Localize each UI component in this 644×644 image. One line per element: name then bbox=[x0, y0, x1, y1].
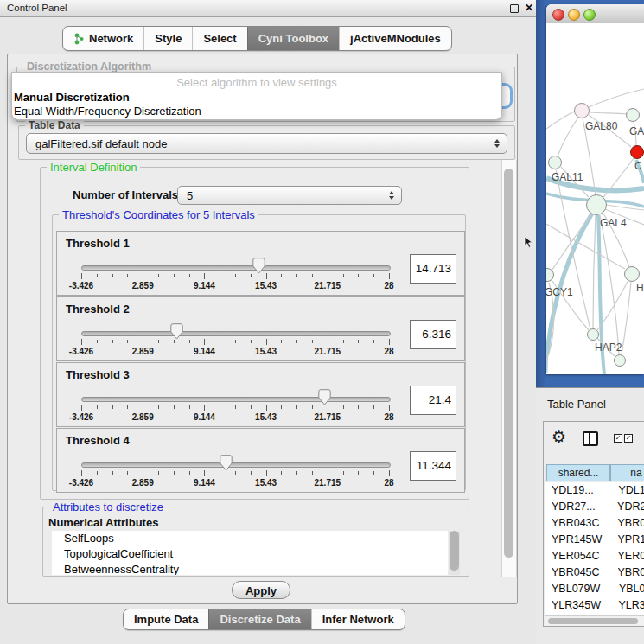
tick-label: -3.426 bbox=[69, 412, 93, 422]
network-node-h[interactable] bbox=[624, 266, 640, 282]
network-node-gal80[interactable] bbox=[574, 103, 590, 118]
tick-mark bbox=[204, 273, 205, 279]
column-header-1[interactable]: shared... bbox=[546, 464, 610, 481]
network-node-gal4[interactable] bbox=[586, 194, 607, 215]
attributes-list-scrollbar[interactable] bbox=[449, 531, 460, 575]
columns-icon[interactable] bbox=[583, 431, 598, 446]
threshold-label: Threshold 2 bbox=[66, 303, 130, 316]
network-canvas[interactable]: GAL80GACGAL11GAL4GCY1HHAP2 bbox=[546, 23, 644, 374]
tab-discretize-data[interactable]: Discretize Data bbox=[208, 609, 310, 629]
tick-mark bbox=[174, 340, 175, 343]
attribute-list-item[interactable]: BetweennessCentrality bbox=[52, 562, 448, 575]
algorithm-option-equal-width[interactable]: Equal Width/Frequency Discretization bbox=[14, 105, 201, 118]
traffic-zoom-icon[interactable] bbox=[583, 9, 596, 21]
tab-select[interactable]: Select bbox=[192, 27, 246, 50]
threshold-1-box: Threshold 1-3.4262.8599.14415.4321.71528… bbox=[56, 231, 465, 296]
tick-mark bbox=[189, 274, 190, 277]
tick-mark bbox=[389, 339, 390, 345]
stepper-icon bbox=[389, 191, 394, 200]
number-of-intervals-combobox[interactable]: 5 bbox=[177, 186, 402, 205]
float-window-icon[interactable] bbox=[510, 4, 519, 13]
table-row[interactable]: YBR043CYBR0 bbox=[545, 515, 644, 532]
cell-name: YLR3 bbox=[618, 597, 644, 614]
cell-name: YBL0 bbox=[619, 581, 644, 597]
table-rows: YDL19...YDL1YDR27...YDR2YBR043CYBR0YPR14… bbox=[545, 482, 644, 615]
table-row[interactable]: YBL079WYBL0 bbox=[545, 581, 644, 597]
column-header-2[interactable]: na bbox=[610, 464, 644, 481]
slider-track[interactable] bbox=[81, 331, 391, 336]
tab-label: Select bbox=[203, 32, 236, 45]
numerical-attributes-list[interactable]: SelfLoopsTopologicalCoefficientBetweenne… bbox=[52, 531, 448, 575]
scrollbar-thumb[interactable] bbox=[504, 169, 513, 558]
slider-track[interactable] bbox=[81, 462, 391, 468]
tab-style[interactable]: Style bbox=[143, 27, 192, 50]
algorithm-option-manual[interactable]: Manual Discretization bbox=[14, 91, 130, 104]
tick-mark bbox=[204, 339, 205, 345]
table-row[interactable]: YLR345WYLR3 bbox=[545, 597, 644, 614]
table-row[interactable]: YPR145WYPR1 bbox=[545, 532, 644, 548]
tick-label: 28 bbox=[384, 281, 393, 290]
traffic-close-icon[interactable] bbox=[552, 9, 564, 21]
cell-shared-name: YLR345W bbox=[545, 597, 618, 614]
panel-vertical-scrollbar[interactable] bbox=[501, 160, 517, 577]
tick-label: 28 bbox=[384, 478, 393, 488]
threshold-value-field[interactable]: 21.4 bbox=[410, 386, 456, 415]
table-row[interactable]: YER054CYER0 bbox=[545, 548, 644, 564]
tick-mark bbox=[281, 340, 282, 343]
tick-mark bbox=[328, 405, 328, 411]
threshold-value-field[interactable]: 6.316 bbox=[410, 320, 456, 349]
traffic-minimize-icon[interactable] bbox=[568, 9, 580, 21]
slider-thumb[interactable] bbox=[318, 389, 331, 405]
network-node-gal11[interactable] bbox=[548, 156, 562, 169]
tick-label: 9.144 bbox=[194, 478, 215, 488]
slider-thumb[interactable] bbox=[252, 258, 265, 274]
apply-button[interactable]: Apply bbox=[232, 581, 290, 599]
table-row[interactable]: YDR27...YDR2 bbox=[545, 499, 644, 515]
network-node[interactable] bbox=[614, 354, 626, 367]
threshold-value-field[interactable]: 11.344 bbox=[410, 451, 456, 481]
tab-impute-data[interactable]: Impute Data bbox=[124, 609, 208, 629]
tick-mark bbox=[112, 274, 113, 277]
table-data-combobox[interactable]: galFiltered.sif default node bbox=[26, 133, 507, 154]
tick-label: 21.715 bbox=[315, 281, 341, 290]
scrollbar-thumb[interactable] bbox=[548, 618, 638, 624]
table-row[interactable]: YBR045CYBR0 bbox=[545, 564, 644, 581]
checkbox-icon[interactable]: ✓ bbox=[614, 434, 622, 443]
attribute-list-item[interactable]: SelfLoops bbox=[52, 531, 448, 546]
tab-network[interactable]: Network bbox=[63, 27, 143, 50]
slider-thumb[interactable] bbox=[170, 323, 183, 340]
tick-mark bbox=[97, 340, 98, 343]
table-row[interactable]: YDL19...YDL1 bbox=[545, 482, 644, 499]
tick-mark bbox=[389, 405, 390, 411]
interval-definition-group: Interval Definition Number of Intervals … bbox=[40, 167, 469, 500]
tick-mark bbox=[174, 405, 175, 409]
tick-mark bbox=[281, 405, 282, 409]
scrollbar-thumb[interactable] bbox=[450, 531, 459, 571]
network-node-ga[interactable] bbox=[626, 108, 640, 122]
tab-label: Style bbox=[155, 32, 182, 45]
network-node-c[interactable] bbox=[630, 145, 644, 159]
gear-icon[interactable]: ⚙ bbox=[552, 427, 566, 446]
close-icon[interactable]: ✕ bbox=[525, 0, 533, 16]
cell-name: YER0 bbox=[618, 548, 644, 564]
tick-mark bbox=[235, 405, 236, 409]
tab-jactivemnodules[interactable]: jActiveMNodules bbox=[339, 27, 451, 50]
tick-mark bbox=[235, 471, 236, 475]
table-panel-title: Table Panel bbox=[547, 398, 606, 411]
slider-thumb[interactable] bbox=[220, 455, 233, 471]
top-tabbar: NetworkStyleSelectCyni ToolboxjActiveMNo… bbox=[62, 26, 452, 51]
tab-cyni-toolbox[interactable]: Cyni Toolbox bbox=[247, 27, 339, 50]
bottom-tabbar: Impute DataDiscretize DataInfer Network bbox=[123, 609, 405, 630]
tick-mark bbox=[343, 405, 344, 409]
table-horizontal-scrollbar[interactable] bbox=[545, 615, 644, 626]
threshold-value-field[interactable]: 14.713 bbox=[410, 254, 456, 284]
node-table: ⚙ ✓ ✓ shared...na YDL19...YDL1YDR27...YD… bbox=[543, 421, 644, 627]
slider-track[interactable] bbox=[81, 397, 391, 402]
network-node-hap2[interactable] bbox=[587, 328, 599, 341]
cell-name: YDL1 bbox=[618, 482, 644, 499]
tick-mark bbox=[127, 471, 128, 475]
tab-infer-network[interactable]: Infer Network bbox=[311, 609, 405, 629]
checkbox-icon[interactable]: ✓ bbox=[624, 434, 633, 443]
slider-track[interactable] bbox=[81, 265, 391, 271]
attribute-list-item[interactable]: TopologicalCoefficient bbox=[52, 546, 448, 562]
